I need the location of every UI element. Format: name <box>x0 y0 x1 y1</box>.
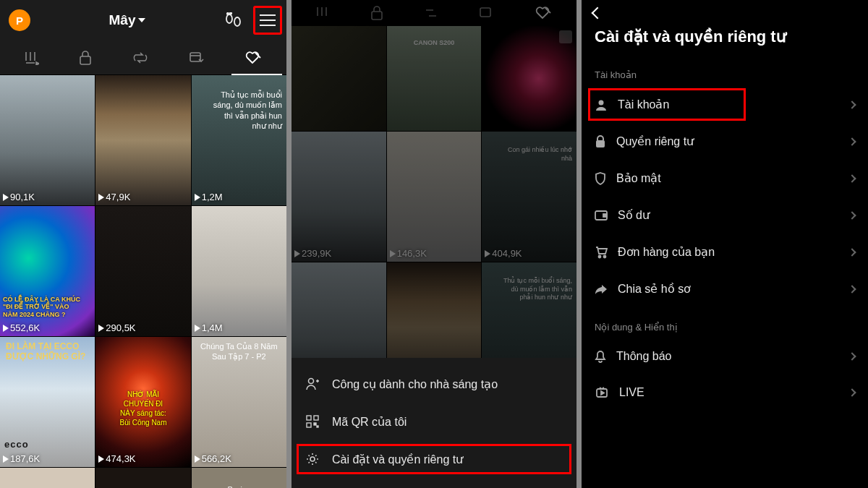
svg-rect-24 <box>314 423 316 425</box>
setting-label: Tài khoản <box>618 98 669 111</box>
profile-name-dropdown[interactable]: Mây <box>109 12 146 28</box>
thumb-caption: NHỚ MÃI CHUYẾN ĐI NÀY sáng tác: Bùi Công… <box>119 390 167 427</box>
svg-point-32 <box>604 255 606 257</box>
setting-row-bell[interactable]: Thông báo <box>582 338 868 374</box>
video-thumb[interactable]: 1,4M <box>192 206 286 336</box>
chevron-right-icon <box>848 211 856 219</box>
video-thumb <box>482 26 576 131</box>
svg-point-31 <box>599 255 601 257</box>
chevron-right-icon <box>848 137 856 145</box>
chevron-down-icon <box>138 18 145 22</box>
svg-rect-16 <box>480 8 490 17</box>
setting-label: Đơn hàng của bạn <box>618 245 715 259</box>
grid-tab-icon[interactable] <box>25 51 39 65</box>
bookmark-tab-icon[interactable] <box>189 51 205 65</box>
play-icon <box>195 455 200 463</box>
play-icon <box>98 455 104 463</box>
setting-row-live[interactable]: LIVE <box>582 374 868 411</box>
brand-logo: ecco <box>4 439 29 450</box>
video-thumb: 239,9K <box>292 132 386 262</box>
liked-tab-icon[interactable] <box>244 51 262 65</box>
svg-point-18 <box>309 379 314 384</box>
thumb-caption: Con gái nhiều lúc nhớ nhà <box>500 146 572 163</box>
chevron-right-icon <box>848 285 856 293</box>
chevron-right-icon <box>848 388 856 396</box>
play-icon <box>3 325 9 332</box>
profile-header: P Mây <box>0 0 286 40</box>
profile-name: Mây <box>109 12 136 28</box>
video-thumb[interactable] <box>0 468 95 488</box>
setting-row-cart[interactable]: Đơn hàng của bạn <box>582 234 868 270</box>
lock-icon <box>595 135 606 148</box>
avatar[interactable]: P <box>9 9 30 31</box>
cart-icon <box>595 246 608 259</box>
video-thumb[interactable]: Chúng Ta Của 8 Năm Sau Tập 7 - P2566,2K <box>192 337 286 467</box>
view-count: 474,3K <box>98 453 135 464</box>
svg-point-3 <box>230 12 231 14</box>
sheet-item-label: Cài đặt và quyền riêng tư <box>332 453 463 466</box>
setting-row-shield[interactable]: Bảo mật <box>582 160 868 197</box>
setting-label: Thông báo <box>616 350 672 363</box>
svg-point-1 <box>234 17 240 26</box>
play-icon <box>98 194 104 201</box>
setting-row-user[interactable]: Tài khoản <box>587 87 746 121</box>
view-count: 566,2K <box>195 453 231 464</box>
thumb-caption: Chúng Ta Của 8 Năm Sau Tập 7 - P2 <box>192 341 286 362</box>
user-icon <box>595 98 608 111</box>
play-icon <box>98 325 104 332</box>
gear-icon <box>305 452 320 466</box>
play-icon <box>195 325 200 332</box>
sheet-item-qr[interactable]: Mã QR của tôi <box>292 403 576 440</box>
view-count: 552,6K <box>3 322 40 333</box>
live-icon <box>595 387 609 398</box>
settings-rows-content: Thông báoLIVE <box>582 338 868 411</box>
video-thumb[interactable]: 90,1K <box>0 75 95 205</box>
shield-icon <box>595 172 606 185</box>
video-grid: 90,1K47,9KThủ tục mỗi buổi sáng, dù muốn… <box>0 75 286 488</box>
chevron-left-icon <box>592 7 604 20</box>
bottom-sheet-menu: Công cụ dành cho nhà sáng tạoMã QR của t… <box>292 358 576 488</box>
video-thumb: CANON S200 <box>387 26 482 131</box>
svg-marker-8 <box>36 62 39 65</box>
video-thumb[interactable]: Review <box>192 468 286 488</box>
video-thumb[interactable]: 290,5K <box>95 206 190 336</box>
lock-tab-icon[interactable] <box>79 51 92 65</box>
sheet-item-user-plus[interactable]: Công cụ dành cho nhà sáng tạo <box>292 365 576 403</box>
repost-tab-icon[interactable] <box>132 51 148 65</box>
video-thumb[interactable]: 47,9K <box>95 75 190 205</box>
svg-rect-9 <box>80 56 90 64</box>
video-thumb: 146,3K <box>387 132 482 262</box>
video-thumb[interactable]: ĐI LÀM TẠI ECCOĐƯỢC NHỮNG GÌ?ecco187,6K <box>0 337 95 467</box>
lock-tab-icon <box>370 6 383 20</box>
setting-row-wallet[interactable]: Số dư <box>582 197 868 234</box>
svg-marker-34 <box>601 391 604 395</box>
svg-point-26 <box>310 457 315 461</box>
liked-tab-icon <box>535 6 552 20</box>
video-thumb[interactable]: Thủ tục mỗi buổi sáng, dù muốn lắm thì v… <box>192 75 286 205</box>
video-thumb[interactable]: NHỚ MÃI CHUYẾN ĐI NÀY sáng tác: Bùi Công… <box>95 337 190 467</box>
qr-icon <box>305 414 320 429</box>
settings-panel: Cài đặt và quyền riêng tư Tài khoản Tài … <box>582 0 868 488</box>
repost-tab-icon <box>423 6 439 20</box>
video-thumb[interactable] <box>95 468 190 488</box>
play-icon <box>3 455 9 463</box>
footprint-icon[interactable] <box>224 12 243 28</box>
setting-row-lock[interactable]: Quyền riêng tư <box>582 123 868 160</box>
setting-row-share[interactable]: Chia sẻ hồ sơ <box>582 270 868 307</box>
svg-point-2 <box>227 13 229 14</box>
video-thumb[interactable]: CÓ LẼ ĐÂY LÀ CA KHÚC "ĐI ĐỂ TRỞ VỀ" VÀO … <box>0 206 95 336</box>
view-count: 1,4M <box>195 322 223 333</box>
expand-icon <box>559 30 572 43</box>
share-icon <box>595 283 608 295</box>
user-plus-icon <box>305 377 320 391</box>
view-count: 1,2M <box>195 192 223 202</box>
menu-sheet-panel: CANON S200239,9K146,3KCon gái nhiều lúc … <box>292 0 576 488</box>
menu-button[interactable] <box>253 6 282 35</box>
profile-tabbar-dimmed <box>292 0 576 26</box>
back-button[interactable] <box>582 0 868 20</box>
section-label-account: Tài khoản <box>582 65 868 86</box>
thumb-caption: CÓ LẼ ĐÂY LÀ CA KHÚC "ĐI ĐỂ TRỞ VỀ" VÀO … <box>3 296 82 319</box>
sheet-item-gear[interactable]: Cài đặt và quyền riêng tư <box>296 443 572 475</box>
chevron-right-icon <box>848 174 856 182</box>
sheet-item-label: Công cụ dành cho nhà sáng tạo <box>332 377 498 391</box>
